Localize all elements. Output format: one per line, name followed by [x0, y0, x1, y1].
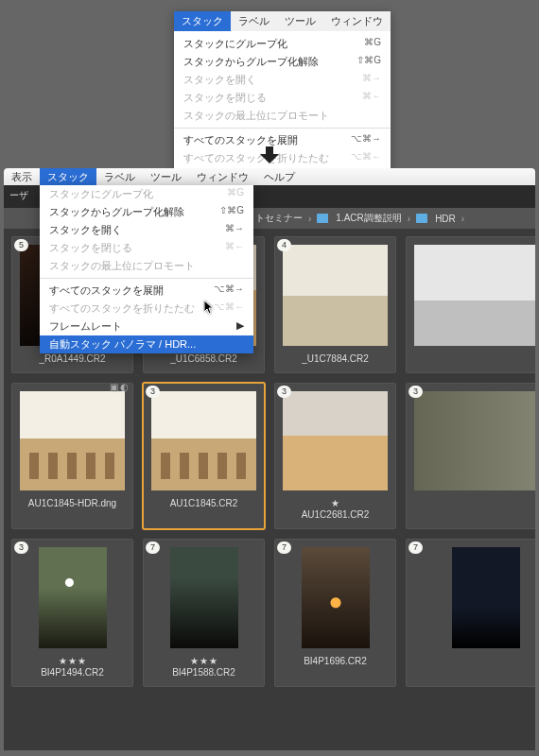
dd-promote: スタックの最上位にプロモート	[40, 257, 253, 275]
thumbnail-cell[interactable]: 3	[406, 383, 535, 529]
app-window: 表示 スタック ラベル ツール ウィンドウ ヘルプ ーザ タルフォトセミナー ›…	[4, 168, 535, 750]
tab-label[interactable]: ラベル	[231, 11, 277, 31]
menu-item-label: スタックを閉じる	[49, 241, 132, 255]
thumbnail-cell[interactable]: 3★AU1C2681.CR2	[274, 383, 396, 529]
adjust-icon: ◐	[120, 382, 129, 392]
stack-count-badge: 5	[14, 239, 28, 251]
menu-separator	[174, 128, 391, 129]
menu-item-label: フレームレート	[49, 319, 122, 334]
thumbnail-cell[interactable]: 7★★★BI4P1588.CR2	[143, 539, 265, 687]
menu-item-promote: スタックの最上位にプロモート	[174, 107, 391, 125]
dd-collapse-all: すべてのスタックを折りたたむ⌥⌘←	[40, 300, 253, 318]
thumbnail-caption	[407, 350, 535, 361]
shortcut: ⌥⌘←	[214, 301, 244, 316]
breadcrumb-item[interactable]: HDR	[435, 214, 456, 224]
thumbnail-caption: AU1C1845-HDR.dng	[12, 494, 132, 517]
cursor-icon	[204, 301, 216, 316]
thumbnail-caption	[407, 494, 535, 506]
shortcut: ⌥⌘→	[351, 133, 381, 147]
chevron-right-icon: ›	[461, 214, 464, 224]
folder-icon	[416, 214, 427, 223]
tab-stack[interactable]: スタック	[174, 11, 231, 31]
stack-count-badge: 3	[146, 386, 160, 398]
filename-label: AU1C1845-HDR.dng	[12, 498, 132, 509]
filename-label: _U1C6858.CR2	[144, 353, 264, 365]
thumbnail-cell[interactable]: 7	[406, 539, 535, 687]
menu-item-label: すべてのスタックを折りたたむ	[49, 301, 195, 316]
menubar-window[interactable]: ウィンドウ	[189, 168, 256, 186]
tab-tool[interactable]: ツール	[277, 11, 323, 31]
thumbnail-caption: AU1C1845.CR2	[144, 494, 264, 517]
filename-label: BI4P1696.CR2	[275, 656, 395, 667]
stack-count-badge: 7	[277, 541, 291, 554]
thumbnail-image[interactable]	[283, 391, 388, 490]
breadcrumb-item[interactable]: 1.ACR調整説明	[336, 212, 401, 225]
thumbnail-image[interactable]	[414, 245, 535, 346]
menu-item-label: すべてのスタックを展開	[183, 133, 298, 147]
menu-item-label: スタックからグループ化解除	[49, 205, 184, 219]
thumbnail-image[interactable]	[170, 547, 238, 648]
menu-item-label: 自動スタック パノラマ / HDR...	[49, 337, 196, 352]
stack-count-badge: 3	[277, 386, 291, 398]
menu-item-expand-all[interactable]: すべてのスタックを展開⌥⌘→	[174, 131, 391, 149]
filename-label: AU1C1845.CR2	[144, 498, 264, 509]
dd-close-stack: スタックを閉じる⌘←	[40, 239, 253, 257]
filename-label: AU1C2681.CR2	[275, 509, 395, 521]
menu-item-label: スタックからグループ化解除	[183, 55, 319, 69]
arrow-down-icon	[260, 146, 279, 163]
stack-count-badge: 7	[409, 541, 423, 554]
edit-icons: ▣◐	[110, 382, 129, 392]
thumbnail-cell[interactable]: 3AU1C1845.CR2	[143, 383, 265, 529]
shortcut: ⌘→	[225, 223, 244, 237]
app-menubar: 表示 スタック ラベル ツール ウィンドウ ヘルプ	[4, 168, 535, 185]
dd-expand-all[interactable]: すべてのスタックを展開⌥⌘→	[40, 282, 253, 300]
filename-label: BI4P1494.CR2	[12, 667, 132, 679]
thumbnail-image[interactable]	[414, 391, 535, 490]
thumbnail-image[interactable]	[39, 547, 107, 648]
thumbnail-image[interactable]	[283, 245, 388, 346]
top-menu-tabs: スタック ラベル ツール ウィンドウ	[174, 11, 391, 31]
menu-item-collapse-all: すべてのスタックを折りたたむ⌥⌘←	[174, 149, 391, 167]
menubar-label[interactable]: ラベル	[96, 168, 143, 186]
menu-item-label: スタックを開く	[49, 223, 122, 237]
menu-item-group[interactable]: スタックにグループ化⌘G	[174, 35, 391, 53]
filename-label: _U1C7884.CR2	[275, 353, 395, 365]
filename-label: BI4P1588.CR2	[144, 667, 264, 679]
folder-icon	[317, 214, 328, 223]
thumbnail-cell[interactable]: 7BI4P1696.CR2	[274, 539, 396, 687]
shortcut: ⌘←	[362, 91, 381, 105]
menu-item-label: スタックにグループ化	[183, 37, 287, 51]
thumbnail-image[interactable]	[20, 391, 125, 490]
thumbnail-cell[interactable]: 3★★★BI4P1494.CR2	[11, 539, 133, 687]
menubar-view[interactable]: 表示	[4, 168, 40, 186]
dd-open-stack[interactable]: スタックを開く⌘→	[40, 221, 253, 239]
shortcut: ⌘→	[362, 73, 381, 87]
tab-window[interactable]: ウィンドウ	[323, 11, 391, 31]
thumbnail-caption: ★★★BI4P1494.CR2	[12, 652, 132, 686]
menubar-stack[interactable]: スタック	[40, 168, 96, 186]
menu-separator	[40, 278, 253, 279]
shortcut: ⇧⌘G	[219, 205, 244, 219]
crop-icon: ▣	[110, 382, 118, 392]
dd-ungroup[interactable]: スタックからグループ化解除⇧⌘G	[40, 203, 253, 221]
filename-label: _R0A1449.CR2	[12, 353, 132, 365]
menu-item-label: すべてのスタックを折りたたむ	[183, 151, 329, 165]
dd-group: スタックにグループ化⌘G	[40, 185, 253, 203]
dd-auto-stack-hdr[interactable]: 自動スタック パノラマ / HDR...	[40, 335, 253, 353]
chevron-right-icon: ›	[308, 214, 311, 224]
thumbnail-image[interactable]	[452, 547, 520, 648]
menu-item-label: スタックを開く	[183, 73, 256, 87]
thumbnail-cell[interactable]	[406, 236, 535, 373]
menu-item-open-stack: スタックを開く⌘→	[174, 71, 391, 89]
thumbnail-image[interactable]	[151, 391, 256, 490]
menu-item-close-stack: スタックを閉じる⌘←	[174, 89, 391, 107]
dd-framerate[interactable]: フレームレート▶	[40, 318, 253, 335]
thumbnail-cell[interactable]: ▣◐AU1C1845-HDR.dng	[11, 383, 133, 529]
menu-item-ungroup[interactable]: スタックからグループ化解除⇧⌘G	[174, 53, 391, 71]
menubar-tool[interactable]: ツール	[143, 168, 189, 186]
thumbnail-image[interactable]	[302, 547, 370, 648]
thumbnail-cell[interactable]: 4_U1C7884.CR2	[274, 236, 396, 373]
menubar-help[interactable]: ヘルプ	[256, 168, 303, 186]
chevron-right-icon: ›	[408, 214, 410, 224]
menu-item-label: スタックの最上位にプロモート	[183, 109, 329, 123]
